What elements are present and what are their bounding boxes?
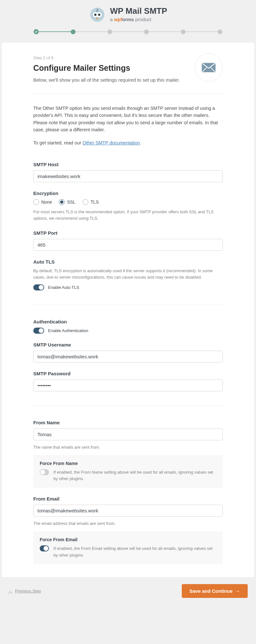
force-from-email-desc: If enabled, the From Email setting above…	[53, 545, 216, 558]
radio-icon	[59, 199, 65, 205]
from-name-help: The name that emails are sent from.	[33, 444, 223, 451]
smtp-port-label: SMTP Port	[33, 230, 223, 236]
force-from-name-box: Force From Name If enabled, the From Nam…	[33, 455, 223, 488]
app-subtitle: a wpforms product	[110, 16, 167, 22]
previous-step-link[interactable]: ← Previous Step	[8, 589, 41, 593]
encryption-label: Encryption	[33, 191, 223, 196]
progress-line	[39, 31, 71, 32]
auto-tls-toggle-label: Enable Auto TLS	[48, 285, 79, 290]
arrow-left-icon: ←	[8, 589, 12, 593]
from-name-label: From Name	[33, 420, 223, 425]
app-title: WP Mail SMTP	[110, 6, 167, 16]
encryption-help: For most servers TLS is the recommended …	[33, 209, 223, 222]
wizard-footer: ← Previous Step Save and Continue →	[2, 584, 254, 598]
progress-step-1	[34, 29, 39, 34]
force-from-name-desc: If enabled, the From Name setting above …	[53, 469, 216, 482]
auto-tls-toggle[interactable]	[33, 284, 44, 290]
force-from-name-title: Force From Name	[40, 461, 216, 466]
force-from-name-toggle[interactable]	[40, 469, 49, 475]
progress-step-6	[218, 29, 222, 34]
force-from-email-box: Force From Email If enabled, the From Em…	[33, 531, 223, 564]
arrow-right-icon: →	[235, 588, 240, 594]
app-header: WP Mail SMTP a wpforms product	[0, 0, 256, 27]
authentication-label: Authentication	[33, 319, 223, 324]
force-from-email-toggle[interactable]	[40, 545, 49, 551]
section-divider	[33, 405, 223, 406]
encryption-option-tls[interactable]: TLS	[83, 199, 99, 205]
from-name-input[interactable]	[33, 428, 223, 440]
smtp-host-input[interactable]	[33, 170, 223, 182]
force-from-email-title: Force From Email	[40, 537, 216, 542]
smtp-port-input[interactable]	[33, 239, 223, 251]
save-and-continue-button[interactable]: Save and Continue →	[182, 584, 248, 598]
progress-stepper	[0, 27, 256, 43]
progress-line	[76, 31, 108, 32]
smtp-password-input[interactable]	[33, 379, 223, 391]
progress-line	[186, 31, 218, 32]
auto-tls-help: By default, TLS encryption is automatica…	[33, 268, 223, 281]
mail-icon	[195, 53, 223, 82]
intro-text: The Other SMTP option lets you send emai…	[33, 105, 223, 146]
smtp-password-label: SMTP Password	[33, 371, 223, 376]
logo-mascot-icon	[89, 6, 106, 22]
progress-line	[112, 31, 144, 32]
smtp-host-label: SMTP Host	[33, 162, 223, 167]
section-divider	[33, 305, 223, 305]
progress-line	[149, 31, 181, 32]
docs-link[interactable]: Other SMTP documentation	[83, 140, 140, 145]
encryption-option-none[interactable]: None	[33, 199, 52, 205]
svg-point-4	[98, 14, 100, 16]
smtp-username-input[interactable]	[33, 351, 223, 363]
from-email-label: From Email	[33, 496, 223, 501]
progress-step-2	[71, 29, 76, 34]
step-counter: Step 2 of 6	[33, 55, 180, 60]
radio-icon	[33, 199, 39, 205]
encryption-option-ssl[interactable]: SSL	[59, 199, 75, 205]
svg-point-3	[94, 14, 96, 16]
radio-icon	[83, 199, 88, 205]
page-title: Configure Mailer Settings	[33, 63, 180, 73]
progress-step-4	[144, 29, 149, 34]
progress-step-5	[181, 29, 186, 34]
page-subtitle: Below, we'll show you all of the setting…	[33, 77, 180, 83]
authentication-toggle[interactable]	[33, 328, 44, 334]
authentication-toggle-label: Enable Authentication	[48, 328, 88, 333]
progress-step-3	[108, 29, 112, 34]
from-email-input[interactable]	[33, 505, 223, 517]
auto-tls-label: Auto TLS	[33, 259, 223, 265]
from-email-help: The email address that emails are sent f…	[33, 520, 223, 527]
main-card: Step 2 of 6 Configure Mailer Settings Be…	[2, 43, 254, 577]
divider	[33, 94, 223, 94]
smtp-username-label: SMTP Username	[33, 342, 223, 347]
